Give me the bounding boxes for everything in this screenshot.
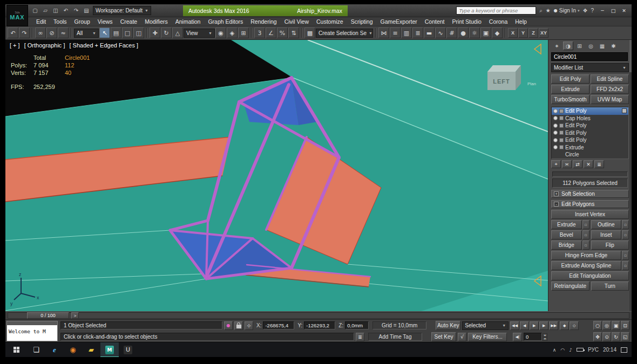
menu-item[interactable]: Group — [71, 18, 94, 25]
axis-constraint-button[interactable]: Y — [518, 28, 528, 38]
snap-toggle-3d-icon[interactable]: 3 — [254, 28, 265, 38]
bind-spacewarp-icon[interactable]: ≈ — [58, 28, 69, 38]
selection-lock-toggle[interactable] — [234, 321, 243, 330]
time-slider-handle[interactable]: 0 / 100 — [27, 312, 69, 319]
task-view-icon[interactable]: ❏ — [27, 342, 45, 358]
collapse-icon[interactable]: - — [554, 202, 559, 207]
show-end-result-icon[interactable]: ≍ — [562, 160, 572, 168]
stack-item-edit-poly[interactable]: Edit Poly — [552, 122, 628, 129]
favorites-star-icon[interactable]: ★ — [546, 8, 551, 13]
menu-item[interactable]: Help — [511, 18, 531, 25]
scene-explorer-icon[interactable]: ▥ — [401, 28, 412, 38]
uvw-map-set-button[interactable]: UVW Map — [591, 95, 629, 104]
modifier-visibility-bulb-icon[interactable] — [553, 123, 558, 128]
flip-button[interactable]: Flip — [591, 241, 629, 250]
new-key-default-in-icon[interactable]: ◆ — [560, 321, 569, 330]
inset-settings-icon[interactable]: □ — [622, 230, 629, 239]
minimize-button[interactable]: ─ — [597, 6, 608, 15]
select-scale-icon[interactable]: △ — [172, 28, 183, 38]
start-button[interactable] — [8, 342, 26, 358]
absolute-offset-toggle[interactable]: ⊹ — [245, 321, 253, 330]
mirror-icon[interactable]: ⋈ — [378, 28, 389, 38]
named-selection-sets-dropdown[interactable]: Create Selection Se▼ — [316, 29, 373, 38]
media-player-icon[interactable]: ◉ — [64, 342, 82, 358]
bevel-settings-icon[interactable]: □ — [582, 230, 589, 239]
hinge-settings-icon[interactable]: □ — [622, 251, 629, 260]
ribbon-toggle-icon[interactable]: ▬ — [424, 28, 435, 38]
ie-icon[interactable]: e — [45, 342, 64, 358]
stack-item-edit-poly[interactable]: Edit Poly — [552, 129, 628, 137]
make-unique-icon[interactable]: ⇄ — [573, 160, 582, 168]
zoom-icon[interactable]: ○ — [593, 321, 602, 330]
use-pivot-center-icon[interactable]: ◉ — [215, 28, 226, 38]
modifier-visibility-bulb-icon[interactable] — [553, 116, 558, 120]
turbosmooth-set-button[interactable]: TurboSmooth — [551, 95, 589, 104]
retriangulate-button[interactable]: Retriangulate — [551, 281, 589, 291]
edit-spline-set-button[interactable]: Edit Spline — [591, 74, 629, 84]
explorer-folder-icon[interactable]: ▰ — [82, 342, 100, 358]
volume-icon[interactable]: ♪ — [569, 347, 572, 353]
welcome-window[interactable]: Welcome to M — [6, 321, 58, 341]
ffd-set-button[interactable]: FFD 2x2x2 — [591, 85, 629, 94]
window-crossing-icon[interactable]: ◫ — [133, 28, 144, 38]
prev-frame-button[interactable]: ◀ — [520, 321, 529, 330]
render-setup-icon[interactable]: ☼ — [469, 28, 480, 38]
outline-button[interactable]: Outline — [591, 220, 622, 229]
edit-triangulation-button[interactable]: Edit Triangulation — [551, 271, 629, 280]
selection-filter-dropdown[interactable]: All▼ — [74, 29, 99, 38]
key-filters-button[interactable]: Key Filters... — [468, 333, 507, 341]
bridge-settings-icon[interactable]: □ — [582, 241, 589, 250]
welcome-window-titlebar[interactable] — [7, 321, 57, 325]
key-mode-toggle-button[interactable]: ◀| — [513, 333, 522, 341]
select-manipulate-icon[interactable]: ◈ — [227, 28, 238, 38]
zoom-all-icon[interactable]: ◎ — [602, 321, 611, 330]
close-button[interactable]: ✕ — [619, 6, 629, 15]
x-coord-field[interactable] — [263, 321, 294, 329]
turn-button[interactable]: Turn — [591, 281, 629, 291]
percent-snap-icon[interactable]: % — [277, 28, 288, 38]
modifier-visibility-bulb-icon[interactable] — [553, 131, 558, 135]
menu-item[interactable]: Tools — [50, 18, 71, 25]
angle-snap-icon[interactable]: ∠ — [266, 28, 276, 38]
go-to-end-button[interactable]: ▶▶ — [549, 321, 558, 330]
new-scene-icon[interactable]: ▢ — [30, 6, 40, 16]
redo-icon[interactable]: ↷ — [71, 6, 81, 16]
tab-modify[interactable]: ◑ — [563, 42, 573, 50]
undo-icon[interactable]: ↶ — [61, 6, 71, 16]
modifier-visibility-bulb-icon[interactable] — [553, 145, 558, 149]
current-frame-spinner[interactable]: ▲▼ — [524, 333, 547, 341]
inset-button[interactable]: Inset — [591, 230, 622, 239]
select-object-icon[interactable]: ↖ — [99, 28, 110, 38]
modifier-visibility-bulb-icon[interactable] — [553, 138, 558, 142]
open-file-icon[interactable]: ▱ — [40, 6, 50, 16]
z-coord-field[interactable] — [345, 321, 369, 329]
modifier-list-dropdown[interactable]: Modifier List ▼ — [551, 63, 629, 72]
action-center-icon[interactable] — [621, 347, 627, 353]
bevel-button[interactable]: Bevel — [551, 230, 582, 239]
edit-named-sets-icon[interactable]: ▩ — [304, 28, 315, 38]
pan-hand-icon[interactable]: ✥ — [593, 332, 602, 341]
menu-item[interactable]: Graph Editors — [204, 18, 247, 25]
zoom-region-icon[interactable]: ⊡ — [621, 321, 629, 330]
tab-hierarchy[interactable]: ⊞ — [574, 42, 585, 50]
viewport-general-menu[interactable]: [ + ] — [10, 42, 20, 49]
hinge-from-edge-button[interactable]: Hinge From Edge — [551, 251, 621, 260]
stack-item-edit-poly[interactable]: Edit Poly — [552, 136, 628, 144]
application-menu-button[interactable]: 3ds MAX — [6, 5, 28, 26]
object-name-field[interactable] — [551, 52, 628, 61]
play-button[interactable]: ▶ — [530, 321, 539, 330]
add-time-tag[interactable]: Add Time Tag — [368, 333, 422, 341]
stack-item-circle[interactable]: Circle — [552, 151, 628, 159]
clock[interactable]: 20:14 — [603, 347, 616, 353]
sign-in-button[interactable]: ● Sign In ▾ — [554, 8, 580, 13]
redo-icon[interactable]: ↷ — [19, 28, 30, 38]
time-slider[interactable]: 0 / 100 > — [5, 311, 632, 319]
auto-key-button[interactable]: Auto Key — [436, 321, 460, 330]
select-and-link-icon[interactable]: ∞ — [35, 28, 46, 38]
communication-center-icon[interactable]: ❖ — [582, 8, 587, 13]
tab-create[interactable]: ✶ — [552, 42, 562, 50]
menu-item[interactable]: Rendering — [247, 18, 280, 25]
wifi-icon[interactable]: ◠ — [560, 347, 565, 353]
menu-item[interactable]: Edit — [32, 18, 50, 25]
stack-item-cap-holes[interactable]: Cap Holes — [552, 115, 628, 122]
